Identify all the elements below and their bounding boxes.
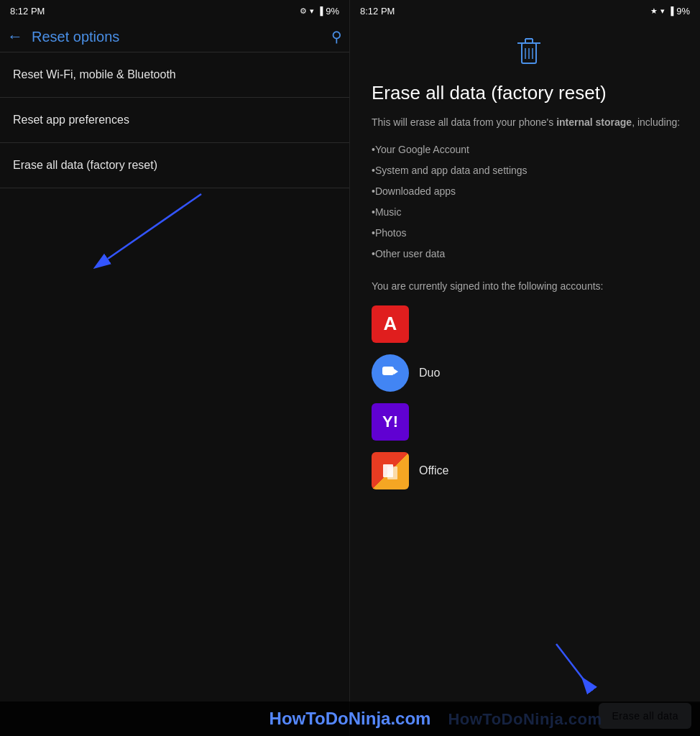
svg-line-1 (108, 194, 201, 259)
office-icon (372, 452, 409, 489)
page-title: Reset options (32, 29, 323, 45)
status-icons-right: ★ ▾ ▐ 9% (650, 6, 690, 17)
time-right: 8:12 PM (360, 6, 395, 17)
erase-data-label: Erase all data (factory reset) (13, 159, 157, 171)
menu-item-erase-data[interactable]: Erase all data (factory reset) (0, 143, 349, 188)
yahoo-logo: Y! (382, 413, 398, 431)
list-item-1: •System and app data and settings (372, 163, 686, 178)
signal-icon-right: ▐ (668, 6, 673, 15)
battery-left: 9% (326, 6, 339, 17)
list-item-2: •Downloaded apps (372, 184, 686, 199)
duo-icon (372, 354, 409, 392)
svg-rect-10 (382, 367, 394, 375)
watermark-fullwidth: HowToDoNinja.com (0, 702, 700, 736)
list-item-4: •Photos (372, 226, 686, 241)
bluetooth-icon-right: ★ (650, 6, 658, 16)
account-duo: Duo (372, 354, 686, 392)
reset-wifi-label: Reset Wi-Fi, mobile & Bluetooth (13, 68, 176, 80)
menu-item-reset-app[interactable]: Reset app preferences (0, 98, 349, 142)
search-button[interactable]: ⚲ (331, 28, 342, 45)
signal-icon-left: ▐ (317, 6, 323, 15)
trash-icon-container (372, 36, 686, 70)
time-left: 8:12 PM (10, 6, 45, 17)
toolbar-left: ← Reset options ⚲ (0, 22, 349, 52)
wifi-icon-left: ▾ (310, 6, 314, 16)
list-item-5: •Other user data (372, 247, 686, 262)
reset-app-label: Reset app preferences (13, 114, 129, 126)
menu-item-reset-wifi[interactable]: Reset Wi-Fi, mobile & Bluetooth (0, 52, 349, 97)
svg-marker-11 (394, 369, 398, 374)
battery-right: 9% (676, 6, 690, 17)
right-panel: 8:12 PM ★ ▾ ▐ 9% (350, 0, 700, 736)
description-bold: internal storage (556, 116, 632, 128)
right-content: Erase all data (factory reset) This will… (350, 22, 700, 696)
watermark-label: HowToDoNinja.com (270, 709, 431, 728)
office-name: Office (419, 464, 449, 477)
left-panel: 8:12 PM ⚙ ▾ ▐ 9% ← Reset options ⚲ Reset… (0, 0, 350, 736)
description-prefix: This will erase all data from your phone… (372, 116, 556, 128)
accounts-text: You are currently signed into the follow… (372, 279, 686, 294)
erase-list-2: •Music •Photos •Other user data (372, 205, 686, 262)
status-icons-left: ⚙ ▾ ▐ 9% (300, 6, 339, 17)
back-button[interactable]: ← (7, 27, 23, 46)
arrow-annotation-left (93, 187, 252, 273)
yahoo-icon: Y! (372, 403, 409, 441)
duo-name: Duo (419, 367, 440, 380)
status-bar-right: 8:12 PM ★ ▾ ▐ 9% (350, 0, 700, 22)
duo-logo (379, 362, 401, 384)
bluetooth-icon-left: ⚙ (300, 6, 307, 16)
erase-description: This will erase all data from your phone… (372, 114, 686, 130)
account-adobe: A (372, 305, 686, 343)
erase-title: Erase all data (factory reset) (372, 82, 686, 104)
description-suffix: , including: (632, 116, 680, 128)
status-bar-left: 8:12 PM ⚙ ▾ ▐ 9% (0, 0, 349, 22)
divider-3 (0, 188, 349, 188)
wifi-icon-right: ▾ (660, 6, 665, 16)
trash-icon (515, 36, 543, 68)
account-yahoo: Y! (372, 403, 686, 441)
svg-rect-13 (387, 466, 397, 479)
list-item-3: •Music (372, 205, 686, 220)
adobe-icon: A (372, 305, 409, 343)
list-item-0: •Your Google Account (372, 142, 686, 157)
office-logo (380, 461, 400, 481)
erase-list: •Your Google Account •System and app dat… (372, 142, 686, 199)
account-office: Office (372, 452, 686, 489)
